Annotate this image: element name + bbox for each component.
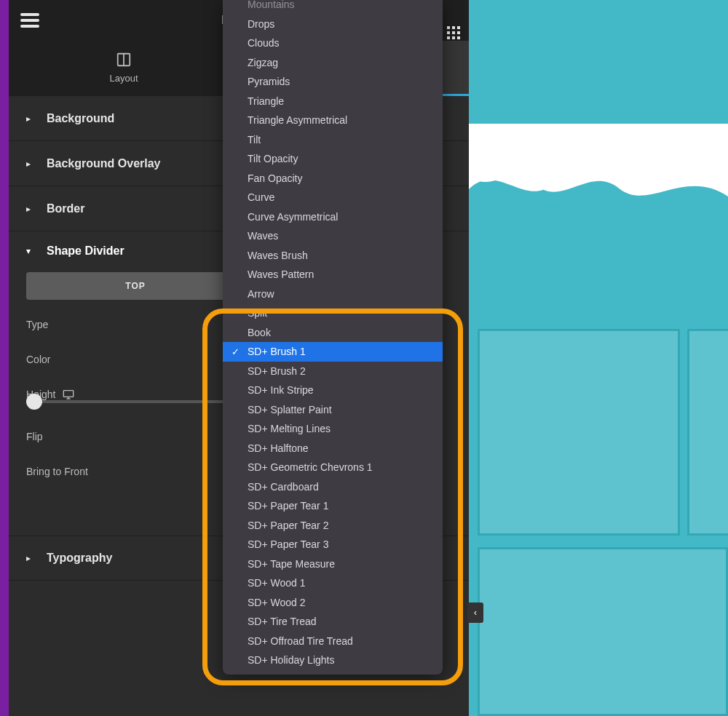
- slider-thumb[interactable]: [26, 394, 42, 410]
- dropdown-item[interactable]: SD+ Brush 2: [223, 362, 443, 381]
- svg-rect-13: [452, 36, 455, 39]
- preview-image-card-2: [687, 329, 728, 536]
- dropdown-item[interactable]: Arrow: [223, 285, 443, 304]
- dropdown-item[interactable]: Pyramids: [223, 72, 443, 92]
- shape-position-top-button[interactable]: TOP: [26, 272, 245, 300]
- dropdown-item[interactable]: Tilt Opacity: [223, 149, 443, 169]
- dropdown-item[interactable]: Waves: [223, 226, 443, 246]
- svg-rect-14: [457, 36, 460, 39]
- menu-icon[interactable]: [20, 13, 39, 28]
- dropdown-item[interactable]: Curve: [223, 188, 443, 207]
- dropdown-item[interactable]: Split: [223, 303, 443, 323]
- svg-rect-3: [64, 391, 74, 397]
- brush-stroke-svg: [469, 146, 728, 247]
- preview-image-card-3: [478, 547, 728, 716]
- dropdown-item[interactable]: SD+ Tire Tread: [223, 612, 443, 632]
- caret-right-icon: ▸: [26, 114, 33, 124]
- app-accent-strip: [0, 0, 9, 716]
- panel-collapse-button[interactable]: ‹: [467, 602, 483, 623]
- color-label: Color: [26, 354, 50, 365]
- svg-rect-8: [457, 26, 460, 29]
- type-dropdown[interactable]: MountainsDropsCloudsZigzagPyramidsTriang…: [223, 0, 443, 675]
- dropdown-item[interactable]: Waves Pattern: [223, 265, 443, 285]
- type-label: Type: [26, 319, 48, 330]
- dropdown-item[interactable]: SD+ Brush 1: [223, 342, 443, 362]
- dropdown-item[interactable]: SD+ Holiday Lights: [223, 651, 443, 670]
- svg-rect-12: [447, 36, 450, 39]
- caret-right-icon: ▸: [26, 204, 33, 214]
- caret-down-icon: ▾: [26, 246, 33, 256]
- svg-rect-6: [447, 26, 450, 29]
- dropdown-item[interactable]: Drops: [223, 15, 443, 34]
- dropdown-item[interactable]: Tilt: [223, 130, 443, 150]
- dropdown-item[interactable]: Clouds: [223, 33, 443, 53]
- desktop-icon[interactable]: [63, 389, 74, 399]
- dropdown-item[interactable]: SD+ Halftone: [223, 439, 443, 458]
- dropdown-item[interactable]: Zigzag: [223, 53, 443, 73]
- grid-icon[interactable]: [447, 26, 460, 39]
- dropdown-item[interactable]: SD+ Cardboard: [223, 477, 443, 497]
- tab-layout[interactable]: Layout: [9, 41, 239, 96]
- dropdown-item[interactable]: SD+ Paper Tear 3: [223, 535, 443, 554]
- dropdown-item[interactable]: SD+ Ink Stripe: [223, 381, 443, 400]
- dropdown-item[interactable]: SD+ Tape Measure: [223, 554, 443, 574]
- svg-rect-7: [452, 26, 455, 29]
- svg-rect-11: [457, 31, 460, 34]
- dropdown-item[interactable]: Triangle Asymmetrical: [223, 111, 443, 130]
- dropdown-item[interactable]: Mountains: [223, 0, 443, 15]
- caret-right-icon: ▸: [26, 159, 33, 169]
- dropdown-item[interactable]: SD+ Paper Tear 2: [223, 516, 443, 536]
- dropdown-item[interactable]: SD+ Wood 1: [223, 573, 443, 593]
- dropdown-item[interactable]: SD+ Offroad Tire Tread: [223, 632, 443, 651]
- svg-rect-9: [447, 31, 450, 34]
- svg-rect-10: [452, 31, 455, 34]
- dropdown-item[interactable]: SD+ Wood 2: [223, 593, 443, 613]
- flip-label: Flip: [26, 431, 43, 442]
- dropdown-item[interactable]: SD+ Paper Tear 1: [223, 496, 443, 516]
- dropdown-item[interactable]: Triangle: [223, 92, 443, 111]
- layout-icon: [115, 51, 132, 68]
- dropdown-item[interactable]: SD+ Geometric Chevrons 1: [223, 458, 443, 477]
- dropdown-item[interactable]: Waves Brush: [223, 246, 443, 266]
- tab-layout-label: Layout: [109, 73, 138, 84]
- dropdown-item[interactable]: SD+ Melting Lines: [223, 419, 443, 439]
- dropdown-item[interactable]: SD+ Splatter Paint: [223, 400, 443, 420]
- caret-right-icon: ▸: [26, 553, 33, 563]
- preview-image-card-1: [478, 329, 680, 536]
- canvas-preview[interactable]: [469, 0, 728, 716]
- dropdown-item[interactable]: Curve Asymmetrical: [223, 207, 443, 227]
- dropdown-item[interactable]: Book: [223, 323, 443, 343]
- bring-to-front-label: Bring to Front: [26, 466, 88, 477]
- dropdown-item[interactable]: Fan Opacity: [223, 169, 443, 188]
